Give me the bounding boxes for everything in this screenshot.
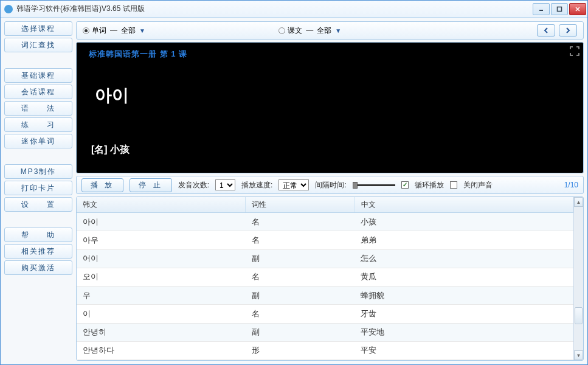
table-cell: 形 bbox=[246, 341, 355, 360]
table-cell: 안녕하다 bbox=[77, 341, 246, 360]
basic-course-button[interactable]: 基础课程 bbox=[4, 68, 72, 83]
col-chinese[interactable]: 中文 bbox=[355, 197, 573, 213]
sidebar-group-3: MP3制作 打印卡片 设 置 bbox=[4, 164, 72, 212]
mute-checkbox[interactable] bbox=[450, 181, 457, 189]
table-cell: 名 bbox=[246, 231, 355, 249]
practice-button[interactable]: 练 习 bbox=[4, 117, 72, 132]
table-cell: 副 bbox=[246, 323, 355, 341]
close-button[interactable] bbox=[569, 3, 586, 15]
grammar-button[interactable]: 语 法 bbox=[4, 101, 72, 116]
nav-buttons bbox=[537, 24, 577, 36]
table-row[interactable]: 안녕하다形平安 bbox=[77, 341, 573, 360]
count-select[interactable]: 1 bbox=[215, 179, 235, 190]
table-cell: 名 bbox=[246, 268, 355, 286]
sidebar-group-1: 选择课程 词汇查找 bbox=[4, 21, 72, 52]
fullscreen-icon[interactable] bbox=[570, 46, 579, 56]
next-button[interactable] bbox=[559, 24, 577, 36]
interval-slider[interactable] bbox=[353, 184, 395, 186]
col-korean[interactable]: 韩文 bbox=[77, 197, 246, 213]
mode-text-dropdown[interactable]: ▼ bbox=[335, 27, 341, 34]
mode-word-all-label: 全部 bbox=[121, 26, 136, 36]
mute-label: 关闭声音 bbox=[463, 180, 493, 190]
conversation-course-button[interactable]: 会话课程 bbox=[4, 85, 72, 99]
playback-controls: 播 放 停 止 发音次数: 1 播放速度: 正常 间隔时间: 循环播放 关闭声音… bbox=[76, 176, 584, 194]
loop-checkbox[interactable] bbox=[401, 181, 409, 189]
mode-word-label: 单词 bbox=[92, 26, 106, 36]
window-title: 韩语学习软件(标准韩国语)V3.65 试用版 bbox=[16, 4, 533, 14]
word-meaning: [名] 小孩 bbox=[91, 144, 571, 156]
table-cell: 平安 bbox=[355, 341, 573, 360]
table-cell: 蜂拥貌 bbox=[355, 287, 573, 305]
table-cell: 怎么 bbox=[355, 249, 573, 268]
mode-toolbar: 单词 — 全部 ▼ 课文 — 全部 ▼ bbox=[76, 21, 584, 40]
speed-select[interactable]: 正常 bbox=[278, 179, 309, 190]
content-area: 选择课程 词汇查找 基础课程 会话课程 语 法 练 习 迷你单词 MP3制作 打… bbox=[1, 18, 587, 364]
table-cell: 이 bbox=[77, 305, 246, 323]
vocab-search-button[interactable]: 词汇查找 bbox=[4, 38, 72, 52]
vocab-table: 韩文 词性 中文 아이名小孩아우名弟弟어이副怎么오이名黄瓜우副蜂拥貌이名牙齿안녕… bbox=[77, 197, 573, 360]
window-controls bbox=[533, 3, 586, 15]
table-cell: 副 bbox=[246, 287, 355, 305]
minimize-button[interactable] bbox=[533, 3, 550, 15]
speed-label: 播放速度: bbox=[241, 180, 272, 190]
buy-activate-button[interactable]: 购买激活 bbox=[4, 260, 72, 275]
flashcard-display: 标准韩国语第一册 第 1 课 아이 [名] 小孩 bbox=[76, 42, 584, 173]
print-card-button[interactable]: 打印卡片 bbox=[4, 181, 72, 195]
stop-button[interactable]: 停 止 bbox=[130, 178, 171, 192]
count-label: 发音次数: bbox=[178, 180, 209, 190]
table-cell: 牙齿 bbox=[355, 305, 573, 323]
table-cell: 名 bbox=[246, 305, 355, 323]
mode-text-label: 课文 bbox=[288, 26, 302, 36]
main-panel: 单词 — 全部 ▼ 课文 — 全部 ▼ bbox=[76, 21, 584, 361]
play-button[interactable]: 播 放 bbox=[81, 178, 123, 192]
interval-label: 间隔时间: bbox=[315, 180, 346, 190]
scroll-down-button[interactable]: ▼ bbox=[574, 350, 583, 360]
table-cell: 아우 bbox=[77, 231, 246, 249]
table-row[interactable]: 아우名弟弟 bbox=[77, 231, 573, 249]
table-cell: 오이 bbox=[77, 268, 246, 286]
col-pos[interactable]: 词性 bbox=[246, 197, 355, 213]
table-cell: 弟弟 bbox=[355, 231, 573, 249]
sidebar-group-2: 基础课程 会话课程 语 法 练 习 迷你单词 bbox=[4, 68, 72, 148]
table-cell: 黄瓜 bbox=[355, 268, 573, 286]
vocab-table-wrap: 韩文 词性 中文 아이名小孩아우名弟弟어이副怎么오이名黄瓜우副蜂拥貌이名牙齿안녕… bbox=[76, 196, 584, 361]
help-button[interactable]: 帮 助 bbox=[4, 228, 72, 242]
mode-text-radio[interactable] bbox=[278, 27, 285, 34]
table-cell: 우 bbox=[77, 287, 246, 305]
lesson-title: 标准韩国语第一册 第 1 课 bbox=[89, 49, 571, 60]
mp3-make-button[interactable]: MP3制作 bbox=[4, 164, 72, 179]
mode-word-dropdown[interactable]: ▼ bbox=[139, 27, 145, 34]
app-window: 韩语学习软件(标准韩国语)V3.65 试用版 选择课程 词汇查找 基础课程 会话… bbox=[0, 0, 588, 365]
table-cell: 안녕히 bbox=[77, 323, 246, 341]
mode-word-group: 单词 — 全部 ▼ bbox=[83, 26, 207, 36]
mode-text-all-label: 全部 bbox=[317, 26, 331, 36]
settings-button[interactable]: 设 置 bbox=[4, 197, 72, 212]
app-icon bbox=[4, 5, 13, 13]
table-cell: 어이 bbox=[77, 249, 246, 268]
related-button[interactable]: 相关推荐 bbox=[4, 244, 72, 259]
svg-rect-1 bbox=[558, 7, 562, 11]
table-row[interactable]: 안녕히副平安地 bbox=[77, 323, 573, 341]
scroll-track[interactable] bbox=[574, 207, 583, 350]
table-cell: 아이 bbox=[77, 213, 246, 231]
maximize-button[interactable] bbox=[551, 3, 568, 15]
table-row[interactable]: 우副蜂拥貌 bbox=[77, 287, 573, 305]
select-course-button[interactable]: 选择课程 bbox=[4, 21, 72, 36]
table-row[interactable]: 오이名黄瓜 bbox=[77, 268, 573, 286]
prev-button[interactable] bbox=[537, 24, 555, 36]
table-row[interactable]: 아이名小孩 bbox=[77, 213, 573, 231]
sidebar-group-4: 帮 助 相关推荐 购买激活 bbox=[4, 228, 72, 275]
table-cell: 平安地 bbox=[355, 323, 573, 341]
mini-vocab-button[interactable]: 迷你单词 bbox=[4, 134, 72, 148]
progress-counter: 1/10 bbox=[564, 181, 578, 189]
mode-word-radio[interactable] bbox=[83, 27, 89, 34]
table-row[interactable]: 어이副怎么 bbox=[77, 249, 573, 268]
sidebar: 选择课程 词汇查找 基础课程 会话课程 语 法 练 习 迷你单词 MP3制作 打… bbox=[4, 21, 72, 361]
table-cell: 名 bbox=[246, 213, 355, 231]
titlebar: 韩语学习软件(标准韩国语)V3.65 试用版 bbox=[1, 1, 587, 18]
table-cell: 副 bbox=[246, 249, 355, 268]
table-header-row: 韩文 词性 中文 bbox=[77, 197, 573, 213]
scroll-up-button[interactable]: ▲ bbox=[574, 197, 583, 207]
table-row[interactable]: 이名牙齿 bbox=[77, 305, 573, 323]
scroll-thumb[interactable] bbox=[575, 307, 583, 324]
